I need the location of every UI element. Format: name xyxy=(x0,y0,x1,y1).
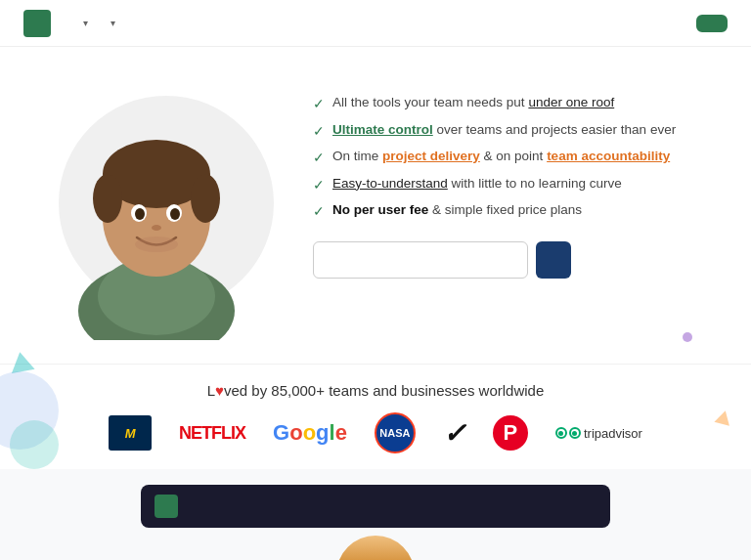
get-started-button[interactable] xyxy=(536,241,571,279)
check-icon: ✓ xyxy=(313,202,325,222)
decorative-triangle-teal xyxy=(8,350,34,373)
video-thumbnail[interactable] xyxy=(141,485,610,528)
feature-list: ✓ All the tools your team needs put unde… xyxy=(313,94,712,222)
check-icon: ✓ xyxy=(313,95,325,114)
navbar: ▾ ▾ xyxy=(0,0,751,47)
logo-nike: ✓ xyxy=(443,417,465,450)
highlight: under one roof xyxy=(528,95,614,109)
logo[interactable] xyxy=(23,10,57,37)
social-proof-section: L♥ved by 85,000+ teams and businesses wo… xyxy=(0,364,751,469)
logo-michigan: M xyxy=(109,415,152,451)
logos-row: M NETFLIX Google NASA ✓ P xyxy=(23,412,728,453)
nav-links: ▾ ▾ xyxy=(80,18,634,28)
logo-nasa: NASA xyxy=(375,412,416,453)
cta-form xyxy=(313,241,712,279)
highlight: team accountability xyxy=(547,149,670,163)
logo-tripadvisor: tripadvisor xyxy=(555,426,642,441)
decorative-blob-teal xyxy=(10,420,59,469)
heart-icon: ♥ xyxy=(215,382,224,399)
hero-person-image xyxy=(39,86,274,340)
list-item: ✓ No per user fee & simple fixed price p… xyxy=(313,201,712,222)
highlight: project delivery xyxy=(382,149,480,163)
list-item: ✓ All the tools your team needs put unde… xyxy=(313,94,712,114)
svg-point-6 xyxy=(191,174,220,223)
video-person-peek xyxy=(23,536,728,560)
logo-netflix: NETFLIX xyxy=(179,423,245,444)
list-item: ✓ On time project delivery & on point te… xyxy=(313,148,712,168)
highlight: Ultimate control xyxy=(332,122,433,137)
hero-image xyxy=(39,86,293,340)
decorative-purple-dot xyxy=(683,332,692,342)
list-item: ✓ Easy-to-understand with little to no l… xyxy=(313,175,712,195)
hero-section: ✓ All the tools your team needs put unde… xyxy=(0,47,751,364)
email-input[interactable] xyxy=(313,241,528,279)
chevron-down-icon: ▾ xyxy=(83,18,88,28)
svg-point-12 xyxy=(135,237,178,252)
check-icon: ✓ xyxy=(313,122,325,142)
video-section xyxy=(0,469,751,560)
svg-point-11 xyxy=(152,225,161,231)
check-icon: ✓ xyxy=(313,149,325,168)
svg-point-5 xyxy=(93,174,122,223)
person-peek-image xyxy=(336,536,415,560)
start-trial-button[interactable] xyxy=(696,15,728,32)
logo-pinterest: P xyxy=(493,415,528,451)
highlight: Easy-to-understand xyxy=(332,176,448,191)
svg-point-9 xyxy=(135,208,145,220)
social-proof-text: L♥ved by 85,000+ teams and businesses wo… xyxy=(23,382,728,399)
nav-right xyxy=(634,15,728,32)
hero-content: ✓ All the tools your team needs put unde… xyxy=(293,76,712,286)
logo-icon xyxy=(23,10,51,37)
logo-google: Google xyxy=(273,420,347,446)
nav-product[interactable]: ▾ xyxy=(80,18,88,28)
chevron-down-icon: ▾ xyxy=(110,18,115,28)
list-item: ✓ Ultimate control over teams and projec… xyxy=(313,121,712,142)
svg-point-10 xyxy=(170,208,180,220)
video-logo xyxy=(155,495,178,518)
check-icon: ✓ xyxy=(313,176,325,195)
nav-solutions[interactable]: ▾ xyxy=(108,18,115,28)
highlight: No per user fee xyxy=(332,202,428,217)
